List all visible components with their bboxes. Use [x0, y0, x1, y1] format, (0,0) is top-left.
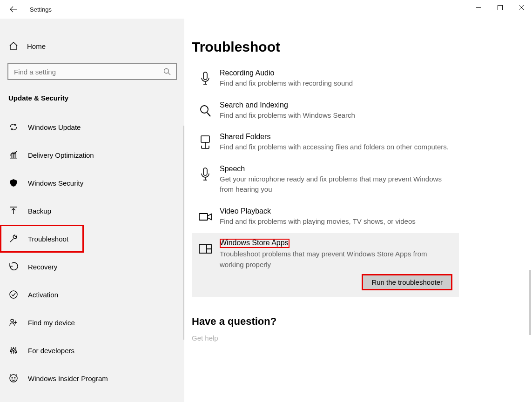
maximize-button[interactable]: [489, 0, 511, 15]
svg-point-8: [12, 377, 13, 379]
back-button[interactable]: [7, 2, 20, 16]
troubleshooter-speech[interactable]: Speech Get your microphone ready and fix…: [192, 159, 513, 201]
svg-rect-0: [498, 5, 502, 10]
home-icon: [8, 41, 19, 51]
svg-rect-12: [201, 136, 209, 142]
troubleshooter-title: Video Playback: [220, 207, 507, 215]
get-help-link[interactable]: Get help: [192, 334, 513, 342]
troubleshooter-title: Windows Store Apps: [220, 239, 290, 248]
troubleshooter-video-playback[interactable]: Video Playback Find and fix problems wit…: [192, 201, 513, 234]
svg-rect-14: [199, 214, 208, 220]
svg-point-7: [10, 375, 17, 382]
svg-point-6: [15, 351, 17, 353]
backup-icon: [8, 206, 19, 216]
sidebar-item-delivery-optimization[interactable]: Delivery Optimization: [0, 141, 184, 169]
content-area: Troubleshoot Recording Audio Find and fi…: [184, 19, 532, 402]
sidebar-item-label: Delivery Optimization: [28, 151, 94, 159]
search-icon: [198, 102, 212, 121]
maximize-icon: [498, 5, 503, 10]
svg-point-9: [14, 377, 16, 379]
troubleshooter-shared-folders[interactable]: Shared Folders Find and fix problems wit…: [192, 127, 513, 159]
close-icon: [519, 5, 524, 10]
sidebar-item-windows-security[interactable]: Windows Security: [0, 169, 184, 197]
troubleshooter-list: Recording Audio Find and fix problems wi…: [192, 63, 513, 297]
sidebar-item-windows-insider[interactable]: Windows Insider Program: [0, 364, 184, 392]
wrench-icon: [8, 234, 19, 244]
troubleshooter-desc: Troubleshoot problems that may prevent W…: [220, 249, 452, 270]
sidebar-item-label: Recovery: [28, 263, 57, 271]
apps-icon: [198, 240, 212, 258]
content-scrollbar[interactable]: [529, 270, 531, 335]
minimize-button[interactable]: [468, 0, 489, 15]
arrow-left-icon: [10, 6, 17, 13]
shared-folders-icon: [198, 134, 212, 152]
svg-point-5: [13, 348, 14, 350]
run-troubleshooter-button[interactable]: Run the troubleshooter: [362, 274, 452, 290]
sidebar-item-recovery[interactable]: Recovery: [0, 253, 184, 281]
sidebar-item-label: Windows Insider Program: [28, 375, 108, 382]
svg-point-1: [164, 69, 169, 74]
titlebar: Settings: [0, 0, 532, 19]
sidebar-item-label: Activation: [28, 291, 58, 299]
troubleshooter-desc: Find and fix problems with accessing fil…: [220, 142, 452, 153]
sidebar-section-title: Update & Security: [0, 91, 184, 113]
sidebar: Home Update & Security Windows Update De…: [0, 19, 184, 402]
sync-icon: [8, 122, 19, 132]
sidebar-item-label: Find my device: [28, 319, 75, 327]
have-a-question-heading: Have a question?: [192, 315, 513, 328]
search-icon: [163, 67, 171, 76]
troubleshooter-desc: Find and fix problems with playing movie…: [220, 216, 452, 227]
troubleshooter-recording-audio[interactable]: Recording Audio Find and fix problems wi…: [192, 63, 513, 95]
home-label: Home: [27, 42, 46, 50]
close-button[interactable]: [511, 0, 532, 15]
sidebar-item-label: For developers: [28, 347, 74, 355]
developers-icon: [8, 345, 19, 355]
minimize-icon: [476, 5, 481, 10]
search-input[interactable]: [7, 63, 177, 80]
insider-icon: [8, 373, 19, 383]
troubleshooter-title: Speech: [220, 165, 507, 173]
video-icon: [198, 208, 212, 227]
sidebar-item-label: Windows Update: [28, 123, 81, 131]
sidebar-item-find-my-device[interactable]: Find my device: [0, 308, 184, 336]
microphone-icon: [198, 166, 212, 184]
sidebar-item-windows-update[interactable]: Windows Update: [0, 113, 184, 141]
shield-icon: [8, 178, 19, 188]
page-title: Troubleshoot: [192, 39, 513, 55]
sidebar-item-for-developers[interactable]: For developers: [0, 336, 184, 364]
svg-rect-13: [203, 168, 207, 175]
find-device-icon: [8, 317, 19, 328]
home-link[interactable]: Home: [0, 37, 184, 55]
troubleshooter-desc: Find and fix problems with Windows Searc…: [220, 110, 452, 121]
sidebar-item-backup[interactable]: Backup: [0, 197, 184, 225]
microphone-icon: [198, 70, 212, 88]
sidebar-item-label: Troubleshoot: [28, 235, 68, 243]
check-circle-icon: [8, 289, 19, 300]
troubleshooter-title: Search and Indexing: [220, 101, 507, 109]
sidebar-item-label: Backup: [28, 207, 51, 215]
svg-rect-10: [203, 72, 207, 80]
troubleshooter-desc: Get your microphone ready and fix proble…: [220, 174, 452, 195]
troubleshooter-title: Recording Audio: [220, 69, 507, 77]
troubleshooter-search-indexing[interactable]: Search and Indexing Find and fix problem…: [192, 95, 513, 127]
delivery-icon: [8, 150, 19, 160]
svg-point-3: [11, 319, 13, 322]
troubleshooter-desc: Find and fix problems with recording sou…: [220, 78, 452, 89]
svg-point-11: [201, 106, 208, 113]
svg-point-2: [10, 291, 17, 298]
svg-point-4: [10, 350, 12, 352]
sidebar-item-label: Windows Security: [28, 179, 83, 187]
sidebar-item-troubleshoot[interactable]: Troubleshoot: [0, 225, 84, 253]
recovery-icon: [8, 261, 19, 272]
window-title: Settings: [30, 6, 52, 13]
window-controls: [468, 0, 532, 15]
search-field[interactable]: [13, 67, 171, 76]
sidebar-item-activation[interactable]: Activation: [0, 281, 184, 308]
troubleshooter-title: Shared Folders: [220, 133, 507, 141]
troubleshooter-windows-store-apps[interactable]: Windows Store Apps Troubleshoot problems…: [192, 233, 459, 297]
